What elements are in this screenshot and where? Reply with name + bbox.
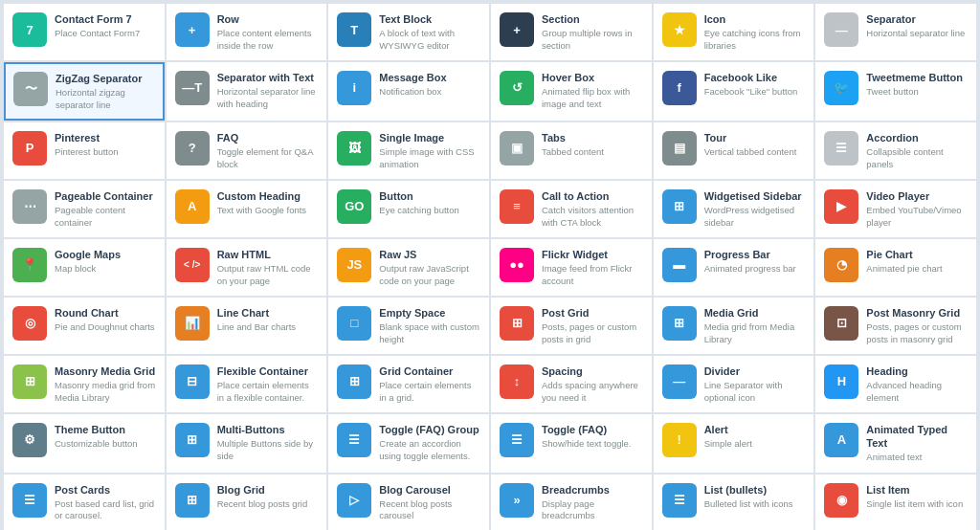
widget-item-19[interactable]: ⋯Pageable ContainerPageable content cont… xyxy=(4,181,165,237)
widget-item-49[interactable]: ☰Post CardsPost based card list, grid or… xyxy=(4,475,165,530)
widget-title-51: Blog Carousel xyxy=(379,483,480,497)
widget-item-33[interactable]: □Empty SpaceBlank space with custom heig… xyxy=(328,298,489,354)
widget-title-3: Text Block xyxy=(379,12,480,26)
widget-title-16: Tabs xyxy=(542,131,643,144)
widget-item-9[interactable]: iMessage BoxNotification box xyxy=(328,62,489,121)
widget-item-39[interactable]: ⊞Grid ContainerPlace certain elements in… xyxy=(328,356,489,412)
widget-item-43[interactable]: ⚙Theme ButtonCustomizable button xyxy=(4,414,165,473)
widget-item-45[interactable]: ☰Toggle (FAQ) GroupCreate an accordion u… xyxy=(328,414,489,473)
widget-title-53: List (bullets) xyxy=(704,483,806,497)
widget-item-41[interactable]: —DividerLine Separator with optional ico… xyxy=(654,356,814,412)
widget-item-52[interactable]: »BreadcrumbsDisplay page breadcrumbs xyxy=(491,475,652,530)
widget-desc-20: Text with Google fonts xyxy=(217,205,319,216)
widget-item-36[interactable]: ⊡Post Masonry GridPosts, pages or custom… xyxy=(815,298,976,354)
widget-item-7[interactable]: 〜ZigZag SeparatorHorizontal zigzag separ… xyxy=(4,62,165,121)
widget-desc-12: Tweet button xyxy=(866,86,968,98)
widget-desc-34: Posts, pages or custom posts in grid xyxy=(542,321,643,345)
widget-title-52: Breadcrumbs xyxy=(542,483,643,497)
widget-title-50: Blog Grid xyxy=(217,483,319,497)
widget-item-21[interactable]: GOButtonEye catching button xyxy=(328,181,489,237)
widget-item-10[interactable]: ↺Hover BoxAnimated flip box with image a… xyxy=(491,62,652,121)
widget-item-51[interactable]: ▷Blog CarouselRecent blog posts carousel xyxy=(328,475,489,530)
widget-desc-15: Simple image with CSS animation xyxy=(379,146,480,170)
widget-item-25[interactable]: 📍Google MapsMap block xyxy=(4,239,165,296)
widget-title-42: Heading xyxy=(866,364,968,378)
widget-item-34[interactable]: ⊞Post GridPosts, pages or custom posts i… xyxy=(491,298,652,354)
widget-item-24[interactable]: ▶Video PlayerEmbed YouTube/Vimeo player xyxy=(815,181,976,237)
widget-item-42[interactable]: HHeadingAdvanced heading element xyxy=(815,356,976,412)
widget-title-26: Raw HTML xyxy=(217,248,319,261)
widget-title-45: Toggle (FAQ) Group xyxy=(379,423,480,436)
widget-title-29: Progress Bar xyxy=(704,248,806,261)
widget-item-18[interactable]: ☰AccordionCollapsible content panels xyxy=(815,122,976,179)
widget-icon-28: ●● xyxy=(500,248,534,282)
widget-desc-1: Place Contact Form7 xyxy=(55,28,156,39)
widget-item-53[interactable]: ☰List (bullets)Bulleted list with icons xyxy=(654,475,814,530)
widget-item-30[interactable]: ◔Pie ChartAnimated pie chart xyxy=(815,239,976,296)
widget-item-54[interactable]: ◉List ItemSingle list item with icon xyxy=(815,475,976,530)
widget-item-5[interactable]: ★IconEye catching icons from libraries xyxy=(654,4,814,60)
widget-desc-9: Notification box xyxy=(379,86,480,98)
widget-title-18: Accordion xyxy=(866,131,968,144)
widget-title-10: Hover Box xyxy=(542,71,643,84)
widget-icon-29: ▬ xyxy=(662,248,697,282)
widget-item-16[interactable]: ▣TabsTabbed content xyxy=(491,122,652,179)
widget-item-48[interactable]: AAnimated Typed TextAnimated text xyxy=(815,414,976,473)
widget-icon-23: ⊞ xyxy=(662,189,697,224)
widget-item-20[interactable]: ACustom HeadingText with Google fonts xyxy=(167,181,327,237)
widget-desc-30: Animated pie chart xyxy=(866,263,968,275)
widget-item-2[interactable]: +RowPlace content elements inside the ro… xyxy=(167,4,327,60)
widget-icon-41: — xyxy=(662,364,697,399)
widget-desc-33: Blank space with custom height xyxy=(379,321,480,345)
widget-title-4: Section xyxy=(542,12,643,26)
widget-item-26[interactable]: < />Raw HTMLOutput raw HTML code on your… xyxy=(167,239,327,296)
widget-icon-19: ⋯ xyxy=(12,189,47,224)
widget-title-20: Custom Heading xyxy=(217,189,319,203)
widget-item-40[interactable]: ↕SpacingAdds spacing anywhere you need i… xyxy=(491,356,652,412)
widget-desc-46: Show/hide text toggle. xyxy=(542,438,643,450)
widget-item-28[interactable]: ●●Flickr WidgetImage feed from Flickr ac… xyxy=(491,239,652,296)
widget-item-23[interactable]: ⊞Widgetised SidebarWordPress widgetised … xyxy=(654,181,814,237)
widget-item-15[interactable]: 🖼Single ImageSimple image with CSS anima… xyxy=(328,122,489,179)
widget-title-13: Pinterest xyxy=(55,131,156,144)
widget-item-47[interactable]: !AlertSimple alert xyxy=(654,414,814,473)
widget-item-8[interactable]: —TSeparator with TextHorizontal separato… xyxy=(167,62,327,121)
widget-desc-41: Line Separator with optional icon xyxy=(704,380,806,404)
widget-item-44[interactable]: ⊞Multi-ButtonsMultiple Buttons side by s… xyxy=(167,414,327,473)
widget-item-29[interactable]: ▬Progress BarAnimated progress bar xyxy=(654,239,814,296)
widget-item-46[interactable]: ☰Toggle (FAQ)Show/hide text toggle. xyxy=(491,414,652,473)
widget-item-3[interactable]: TText BlockA block of text with WYSIWYG … xyxy=(328,4,489,60)
widget-item-17[interactable]: ▤TourVertical tabbed content xyxy=(654,122,814,179)
widget-item-4[interactable]: +SectionGroup multiple rows in section xyxy=(491,4,652,60)
widget-item-22[interactable]: ≡Call to ActionCatch visitors attention … xyxy=(491,181,652,237)
widget-desc-44: Multiple Buttons side by side xyxy=(217,438,319,462)
widget-icon-49: ☰ xyxy=(12,483,47,518)
widget-icon-50: ⊞ xyxy=(175,483,210,518)
widget-icon-6: — xyxy=(824,12,858,47)
widget-item-27[interactable]: JSRaw JSOutput raw JavaScript code on yo… xyxy=(328,239,489,296)
widget-item-11[interactable]: fFacebook LikeFacebook "Like" button xyxy=(654,62,814,121)
widget-item-32[interactable]: 📊Line ChartLine and Bar charts xyxy=(167,298,327,354)
widget-desc-51: Recent blog posts carousel xyxy=(379,498,480,522)
widget-item-38[interactable]: ⊟Flexible ContainerPlace certain element… xyxy=(167,356,327,412)
widget-item-12[interactable]: 🐦Tweetmeme ButtonTweet button xyxy=(815,62,976,121)
widget-item-37[interactable]: ⊞Masonry Media GridMasonry media grid fr… xyxy=(4,356,165,412)
widget-icon-25: 📍 xyxy=(12,248,47,282)
widget-title-21: Button xyxy=(379,189,480,203)
widget-title-25: Google Maps xyxy=(55,248,156,261)
widget-item-1[interactable]: 7Contact Form 7Place Contact Form7 xyxy=(4,4,165,60)
widget-title-37: Masonry Media Grid xyxy=(55,364,156,378)
widget-item-31[interactable]: ◎Round ChartPie and Doughnut charts xyxy=(4,298,165,354)
widget-desc-5: Eye catching icons from libraries xyxy=(704,28,806,52)
widget-grid: 7Contact Form 7Place Contact Form7+RowPl… xyxy=(0,0,980,530)
widget-title-6: Separator xyxy=(866,12,968,26)
widget-item-13[interactable]: PPinterestPinterest button xyxy=(4,122,165,179)
widget-item-50[interactable]: ⊞Blog GridRecent blog posts grid xyxy=(167,475,327,530)
widget-desc-13: Pinterest button xyxy=(55,146,156,158)
widget-desc-50: Recent blog posts grid xyxy=(217,498,319,510)
widget-item-14[interactable]: ?FAQToggle element for Q&A block xyxy=(167,122,327,179)
widget-item-6[interactable]: —SeparatorHorizontal separator line xyxy=(815,4,976,60)
widget-item-35[interactable]: ⊞Media GridMedia grid from Media Library xyxy=(654,298,814,354)
widget-icon-44: ⊞ xyxy=(175,423,210,457)
widget-icon-11: f xyxy=(662,71,697,105)
